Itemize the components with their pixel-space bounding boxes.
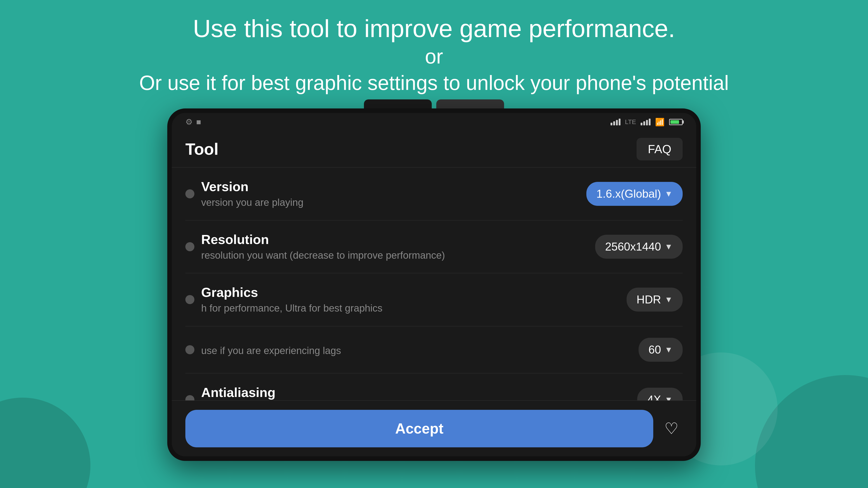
radio-indicator-antialiasing bbox=[185, 395, 194, 400]
radio-indicator-resolution bbox=[185, 242, 194, 251]
heart-button[interactable]: ♡ bbox=[660, 417, 683, 440]
setting-desc-resolution: resolution you want (decrease to improve… bbox=[201, 249, 586, 262]
version-value: 1.6.x(Global) bbox=[596, 187, 661, 200]
faq-button[interactable]: FAQ bbox=[637, 138, 683, 160]
accept-button[interactable]: Accept bbox=[185, 410, 653, 447]
app-title: Tool bbox=[185, 140, 219, 158]
status-bar-left: ⚙ ■ bbox=[185, 117, 201, 127]
setting-row-fps: use if you are experiencing lags 60 ▼ bbox=[185, 326, 683, 373]
app-content: Tool FAQ Version version you are playing… bbox=[172, 131, 696, 456]
header-line1: Use this tool to improve game performanc… bbox=[0, 13, 868, 43]
setting-row-graphics: Graphics h for performance, Ultra for be… bbox=[185, 273, 683, 326]
setting-left-antialiasing: Antialiasing s the texture smoothness bbox=[185, 385, 628, 400]
signal-icon-2 bbox=[641, 119, 651, 125]
battery-tip bbox=[683, 121, 684, 124]
chevron-down-icon: ▼ bbox=[664, 345, 673, 355]
setting-left-resolution: Resolution resolution you want (decrease… bbox=[185, 232, 586, 262]
heart-icon: ♡ bbox=[664, 419, 679, 438]
battery-icon bbox=[669, 119, 683, 125]
setting-row-resolution: Resolution resolution you want (decrease… bbox=[185, 221, 683, 273]
setting-label-graphics: Graphics bbox=[201, 285, 618, 300]
chevron-down-icon: ▼ bbox=[664, 242, 673, 252]
signal-icon bbox=[611, 119, 620, 125]
chevron-down-icon: ▼ bbox=[664, 295, 673, 304]
bottom-bar: Accept ♡ bbox=[172, 400, 696, 456]
setting-desc-version: version you are playing bbox=[201, 196, 577, 209]
resolution-value: 2560x1440 bbox=[605, 240, 661, 253]
chevron-down-icon: ▼ bbox=[664, 395, 673, 400]
setting-row-version: Version version you are playing 1.6.x(Gl… bbox=[185, 168, 683, 221]
header-section: Use this tool to improve game performanc… bbox=[0, 13, 868, 96]
status-bar-right: LTE 📶 bbox=[611, 118, 683, 127]
status-icon-settings: ⚙ bbox=[185, 117, 193, 127]
graphics-value: HDR bbox=[637, 293, 661, 306]
fps-value: 60 bbox=[649, 343, 661, 356]
setting-label-antialiasing: Antialiasing bbox=[201, 385, 628, 400]
setting-info-antialiasing: Antialiasing s the texture smoothness bbox=[201, 385, 628, 400]
antialiasing-dropdown[interactable]: 4X ▼ bbox=[637, 388, 683, 400]
setting-info-resolution: Resolution resolution you want (decrease… bbox=[201, 232, 586, 262]
setting-left-graphics: Graphics h for performance, Ultra for be… bbox=[185, 285, 618, 315]
setting-info-version: Version version you are playing bbox=[201, 179, 577, 209]
setting-left-version: Version version you are playing bbox=[185, 179, 577, 209]
header-line3: Or use it for best graphic settings to u… bbox=[0, 70, 868, 96]
setting-desc-graphics: h for performance, Ultra for best graphi… bbox=[201, 302, 618, 315]
chevron-down-icon: ▼ bbox=[664, 189, 673, 199]
setting-desc-fps: use if you are experiencing lags bbox=[201, 344, 629, 357]
setting-left-fps: use if you are experiencing lags bbox=[185, 342, 629, 357]
antialiasing-value: 4X bbox=[647, 393, 661, 400]
radio-indicator-version bbox=[185, 189, 194, 198]
setting-label-version: Version bbox=[201, 179, 577, 194]
version-dropdown[interactable]: 1.6.x(Global) ▼ bbox=[586, 182, 683, 206]
header-line2: or bbox=[0, 43, 868, 70]
bg-shape-left bbox=[0, 398, 90, 488]
settings-list: Version version you are playing 1.6.x(Gl… bbox=[172, 168, 696, 400]
wifi-icon: 📶 bbox=[655, 118, 664, 127]
device-mockup: ⚙ ■ LTE 📶 bbox=[167, 108, 701, 461]
setting-info-graphics: Graphics h for performance, Ultra for be… bbox=[201, 285, 618, 315]
setting-info-fps: use if you are experiencing lags bbox=[201, 342, 629, 357]
status-bar: ⚙ ■ LTE 📶 bbox=[172, 113, 696, 131]
radio-indicator-fps bbox=[185, 345, 194, 354]
resolution-dropdown[interactable]: 2560x1440 ▼ bbox=[595, 235, 683, 259]
setting-row-antialiasing: Antialiasing s the texture smoothness 4X… bbox=[185, 373, 683, 400]
graphics-dropdown[interactable]: HDR ▼ bbox=[627, 288, 683, 312]
fps-dropdown[interactable]: 60 ▼ bbox=[639, 338, 683, 362]
radio-indicator-graphics bbox=[185, 295, 194, 304]
app-header: Tool FAQ bbox=[172, 131, 696, 168]
setting-label-resolution: Resolution bbox=[201, 232, 586, 247]
status-icon-square: ■ bbox=[196, 117, 201, 127]
carrier-text: LTE bbox=[625, 119, 636, 126]
battery-fill bbox=[671, 120, 679, 124]
